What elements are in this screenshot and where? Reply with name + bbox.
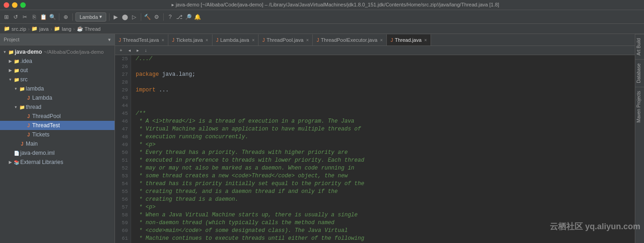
- tab-close-icon[interactable]: ×: [252, 38, 255, 43]
- code-line-45: /**: [136, 110, 630, 118]
- close-button[interactable]: [4, 2, 9, 8]
- tab-close-icon[interactable]: ×: [306, 38, 309, 43]
- folder-icon: 📁: [54, 26, 60, 32]
- breadcrumb-sep-2: ›: [51, 26, 52, 32]
- code-text: java.lang;: [159, 71, 195, 79]
- vcs-icon[interactable]: ⎇: [176, 13, 183, 21]
- tab-threadpool[interactable]: J ThreadPool.java ×: [259, 34, 313, 45]
- code-text: * creating thread, and is a daemon threa…: [136, 188, 338, 196]
- tree-item-out[interactable]: ▶ 📁 out: [0, 66, 115, 75]
- tab-close-icon[interactable]: ×: [206, 38, 208, 43]
- tab-label: Lambda.java: [220, 37, 249, 43]
- debug-icon[interactable]: ⬤: [121, 13, 129, 21]
- code-text: * execution running concurrently.: [136, 133, 248, 141]
- tabs-bar: J ThreadTest.java × J Tickets.java × J L…: [115, 34, 635, 46]
- code-text: * <p>: [136, 203, 155, 211]
- breadcrumb-lang[interactable]: 📁 lang: [54, 26, 71, 32]
- java-file-icon: J: [391, 38, 393, 43]
- tree-item-src[interactable]: ▾ 📁 src: [0, 75, 115, 84]
- code-text: /**: [136, 110, 146, 118]
- help-icon[interactable]: ?: [167, 13, 174, 21]
- tree-item-main[interactable]: ▶ J Main: [0, 139, 115, 148]
- run-icon[interactable]: ▶: [112, 13, 120, 21]
- code-line-50: * Every thread has a priority. Threads w…: [136, 149, 630, 157]
- minimize-button[interactable]: [12, 2, 17, 8]
- java-file-icon: J: [18, 140, 26, 147]
- tree-item-java-demo[interactable]: ▾ 📁 java-demo ~/Alibaba/Code/java-demo: [0, 47, 115, 57]
- tree-label: Tickets: [32, 131, 50, 138]
- code-line-58: * When a Java Virtual Machine starts up,…: [136, 211, 630, 219]
- java-file-icon: J: [216, 38, 218, 43]
- recent-files-button[interactable]: ↓: [143, 47, 149, 54]
- toolbar-icon-6[interactable]: 🔍: [49, 13, 56, 21]
- run-with-coverage-icon[interactable]: ▷: [131, 13, 138, 21]
- lambda-button[interactable]: Lambda ▾: [75, 12, 106, 22]
- code-text: ...: [155, 86, 169, 94]
- tab-close-icon[interactable]: ×: [380, 38, 383, 43]
- settings-icon[interactable]: ⚙: [153, 13, 161, 21]
- tree-path: ~/Alibaba/Code/java-demo: [44, 49, 104, 55]
- add-tab-button[interactable]: +: [118, 47, 124, 54]
- code-content[interactable]: /.../ package java.lang; import ... /** …: [131, 55, 635, 243]
- tab-lambda[interactable]: J Lambda.java ×: [213, 34, 259, 45]
- tree-item-threadtest[interactable]: ▶ J ThreadTest: [0, 121, 115, 130]
- tree-item-ext-libs[interactable]: ▶ 📚 External Libraries: [0, 158, 115, 167]
- code-text: * Virtual Machine allows an application …: [136, 125, 361, 133]
- tree-item-threadpool[interactable]: ▶ J ThreadPool: [0, 112, 115, 121]
- find-icon[interactable]: 🔎: [185, 13, 192, 21]
- tab-thread[interactable]: J Thread.java ×: [387, 34, 431, 45]
- breadcrumb-src-zip[interactable]: 📁 src.zip: [4, 26, 26, 32]
- file-tree[interactable]: ▾ 📁 java-demo ~/Alibaba/Code/java-demo ▶…: [0, 45, 115, 243]
- build-icon[interactable]: 🔨: [144, 13, 151, 21]
- tab-close-icon[interactable]: ×: [161, 38, 164, 43]
- traffic-lights: [4, 2, 26, 8]
- tree-item-idea[interactable]: ▶ 📁 .idea: [0, 57, 115, 66]
- tab-close-icon[interactable]: ×: [424, 38, 427, 43]
- line-num-60: 60: [115, 227, 128, 235]
- tree-label: ThreadPool: [32, 113, 61, 119]
- java-file-icon: J: [25, 122, 32, 129]
- toolbar-icon-5[interactable]: 📋: [40, 13, 47, 21]
- tab-tickets[interactable]: J Tickets.java ×: [168, 34, 213, 45]
- arrow-icon: ▾: [13, 105, 18, 109]
- tab-threadpoolexecutor[interactable]: J ThreadPoolExecutor.java ×: [313, 34, 387, 45]
- tree-label: lambda: [26, 85, 44, 92]
- nav-right-button[interactable]: ▸: [134, 47, 141, 54]
- folder-icon: 📁: [13, 67, 20, 74]
- line-num-28: 28: [115, 79, 128, 86]
- maximize-button[interactable]: [20, 2, 26, 8]
- java-file-icon: J: [25, 113, 32, 120]
- breadcrumb-thread[interactable]: ☕ Thread: [77, 26, 101, 32]
- toolbar-icon-2[interactable]: ↺: [12, 13, 19, 21]
- tree-item-thread-folder[interactable]: ▾ 📁 thread: [0, 102, 115, 112]
- breadcrumb-sep-1: ›: [28, 26, 30, 32]
- folder-icon: 📁: [18, 103, 26, 111]
- line-num-57: 57: [115, 203, 128, 211]
- nav-left-button[interactable]: ◂: [126, 47, 132, 54]
- right-panel-database[interactable]: Database: [635, 59, 644, 87]
- breadcrumb-java[interactable]: 📁 java: [31, 26, 48, 32]
- tree-item-iml[interactable]: ▶ 📄 java-demo.iml: [0, 148, 115, 158]
- breadcrumb-label: src.zip: [12, 26, 26, 32]
- toolbar-icon-7[interactable]: ⊕: [62, 13, 69, 21]
- lambda-label: Lambda: [80, 14, 98, 20]
- tree-label: java-demo: [15, 49, 42, 55]
- code-editor[interactable]: 25 26 27 28 29 43 44 45 46 47 48 49 50 5…: [115, 55, 635, 243]
- code-text: * Every thread has a priority. Threads w…: [136, 149, 348, 157]
- tab-threadtest[interactable]: J ThreadTest.java ×: [115, 34, 168, 45]
- java-file-icon: ☕: [77, 26, 83, 32]
- toolbar-icon-4[interactable]: ⎘: [30, 13, 38, 21]
- toolbar-icon-1[interactable]: ⊞: [3, 13, 10, 21]
- toolbar-icon-3[interactable]: ✂: [21, 13, 29, 21]
- line-num-46: 46: [115, 118, 128, 125]
- code-text: * <p>: [136, 141, 155, 149]
- notification-icon[interactable]: 🔔: [194, 13, 201, 21]
- tree-item-tickets[interactable]: ▶ J Tickets: [0, 130, 115, 139]
- tree-item-lambda-folder[interactable]: ▾ 📁 lambda: [0, 84, 115, 93]
- tree-item-lambda-java[interactable]: ▶ J Lambda: [0, 93, 115, 102]
- code-text: * executed in preference to threads with…: [136, 157, 364, 164]
- right-panel-art-build[interactable]: Art Build: [635, 34, 644, 59]
- right-panel-maven[interactable]: Maven Projects: [635, 87, 644, 126]
- main-layout: Project ▾ ▾ 📁 java-demo ~/Alibaba/Code/j…: [0, 34, 644, 243]
- java-file-icon: J: [25, 94, 32, 102]
